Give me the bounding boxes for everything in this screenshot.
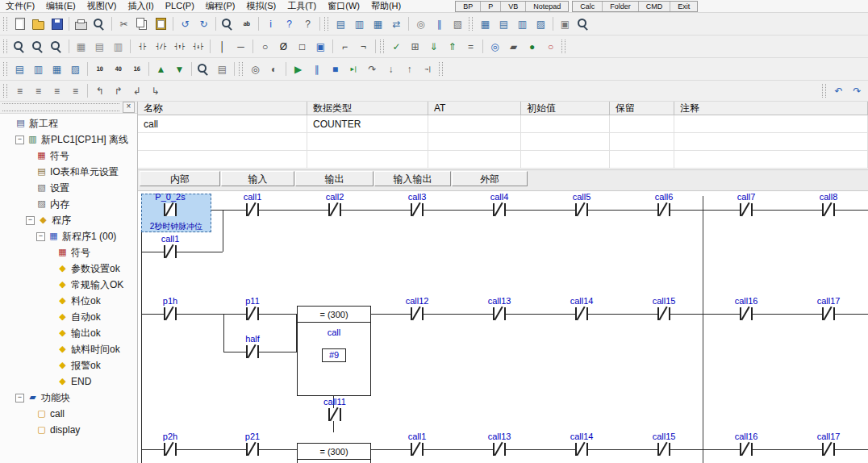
symbol-at-cell[interactable] bbox=[428, 115, 521, 133]
column-header-name[interactable]: 名称 bbox=[138, 102, 307, 115]
symbol-cell[interactable] bbox=[610, 133, 674, 151]
tree-expander[interactable]: − bbox=[15, 394, 24, 403]
launcher-button[interactable]: P bbox=[481, 2, 501, 11]
contact-parallel-call1[interactable]: call1 bbox=[138, 234, 211, 258]
print-icon[interactable] bbox=[73, 15, 90, 32]
toolbar-grip[interactable] bbox=[3, 17, 7, 31]
new-rising-pulse-contact-icon[interactable]: ┤↑├ bbox=[171, 38, 188, 55]
contact-call2[interactable]: call2 bbox=[294, 192, 376, 216]
undo-icon[interactable]: ↺ bbox=[177, 15, 194, 32]
zoom-out-icon[interactable] bbox=[30, 38, 47, 55]
contact-call1-r3[interactable]: call1 bbox=[376, 432, 458, 456]
ladder-editor[interactable]: P_0_2s 2秒时钟脉冲位 call1 call2 call3 cal bbox=[138, 191, 868, 463]
contact-call1[interactable]: call1 bbox=[211, 192, 294, 216]
symbol-cell[interactable] bbox=[521, 151, 610, 169]
tab-internal[interactable]: 内部 bbox=[140, 171, 220, 186]
block-comment-icon[interactable]: ¬ bbox=[355, 38, 372, 55]
contact-call17-r3[interactable]: call17 bbox=[787, 432, 868, 456]
tree-item-memory[interactable]: 内存 bbox=[0, 196, 137, 212]
symbol-cell[interactable] bbox=[307, 133, 428, 151]
window-cascade-icon[interactable]: ▤ bbox=[11, 60, 28, 77]
zoom-40-icon[interactable]: 40 bbox=[110, 60, 127, 77]
tree-item-fb-display[interactable]: display bbox=[0, 422, 137, 438]
contact-call5[interactable]: call5 bbox=[540, 192, 623, 216]
contact-call11[interactable]: call11 bbox=[294, 397, 376, 421]
align-justify-icon[interactable]: ≡ bbox=[67, 82, 84, 99]
save-icon[interactable] bbox=[48, 15, 65, 32]
tab-input-output[interactable]: 输入输出 bbox=[374, 171, 451, 186]
paste-icon[interactable] bbox=[152, 15, 169, 32]
move-down-icon[interactable]: ↱ bbox=[110, 82, 127, 99]
symbol-cell[interactable] bbox=[307, 151, 428, 169]
column-header-datatype[interactable]: 数据类型 bbox=[307, 102, 428, 115]
view-output-window-icon[interactable]: ▥ bbox=[351, 15, 368, 32]
tree-item-section-level[interactable]: 料位ok bbox=[0, 293, 137, 309]
tree-expander[interactable]: − bbox=[26, 216, 35, 225]
contact-call8[interactable]: call8 bbox=[787, 192, 868, 216]
transfer-from-plc-icon[interactable]: ⇑ bbox=[444, 38, 461, 55]
align-center-icon[interactable]: ≡ bbox=[30, 82, 47, 99]
contact-call15-r3[interactable]: call15 bbox=[623, 432, 705, 456]
symbol-cell[interactable] bbox=[138, 133, 307, 151]
tree-expander[interactable]: − bbox=[36, 232, 45, 241]
toolbar-grip[interactable] bbox=[822, 84, 826, 98]
tree-item-section-reg-input[interactable]: 常规输入OK bbox=[0, 277, 137, 293]
context-help-icon[interactable]: ? bbox=[299, 15, 316, 32]
contact-call14-r3[interactable]: call14 bbox=[540, 432, 623, 456]
column-header-retain[interactable]: 保留 bbox=[610, 102, 674, 115]
menu-item[interactable]: 窗口(W) bbox=[322, 0, 365, 12]
contact-p-0-2s[interactable]: P_0_2s bbox=[138, 192, 211, 216]
view-watch-window-icon[interactable]: ▦ bbox=[369, 15, 386, 32]
tree-item-section-auto[interactable]: 自动ok bbox=[0, 309, 137, 325]
redo-history-icon[interactable]: ↷ bbox=[849, 82, 866, 99]
tree-item-section-output[interactable]: 输出ok bbox=[0, 325, 137, 341]
menu-item[interactable]: 帮助(H) bbox=[365, 0, 407, 12]
tab-external[interactable]: 外部 bbox=[452, 171, 528, 186]
open-file-icon[interactable] bbox=[30, 15, 47, 32]
menu-item[interactable]: 插入(I) bbox=[122, 0, 159, 12]
undo-history-icon[interactable]: ↶ bbox=[830, 82, 847, 99]
symbol-cell[interactable] bbox=[674, 151, 868, 169]
tree-item-section-shortage[interactable]: 缺料时间ok bbox=[0, 341, 137, 357]
new-coil-icon[interactable]: ○ bbox=[257, 38, 273, 55]
program-check-icon[interactable]: ✓ bbox=[388, 38, 405, 55]
new-contact-icon[interactable]: ┤├ bbox=[134, 38, 151, 55]
view-cross-reference-icon[interactable]: ⇄ bbox=[388, 15, 405, 32]
ladder-view-icon[interactable]: ▥ bbox=[514, 15, 531, 32]
symbol-cell[interactable] bbox=[138, 151, 307, 169]
symbol-cell[interactable] bbox=[428, 151, 521, 169]
contact-call16-r3[interactable]: call16 bbox=[705, 432, 787, 456]
show-symbol-bar-icon[interactable]: ▥ bbox=[110, 38, 127, 55]
mnemonic-view-icon[interactable]: ▨ bbox=[532, 15, 549, 32]
contact-call17[interactable]: call17 bbox=[787, 296, 868, 320]
toolbar-grip[interactable] bbox=[239, 62, 243, 76]
step-out-icon[interactable]: ↑ bbox=[401, 60, 418, 77]
force-off-icon[interactable]: ○ bbox=[542, 38, 559, 55]
redo-icon[interactable]: ↻ bbox=[195, 15, 212, 32]
instruction-operand-2[interactable]: #9 bbox=[322, 348, 346, 362]
find-replace-icon[interactable]: ab bbox=[238, 15, 255, 32]
monitor-mode-icon[interactable]: ◎ bbox=[247, 60, 264, 77]
step-over-icon[interactable]: ↷ bbox=[364, 60, 381, 77]
browse-window-icon[interactable]: ▤ bbox=[214, 60, 231, 77]
tab-input[interactable]: 输入 bbox=[221, 171, 294, 186]
differential-monitor-icon[interactable]: ◐ bbox=[265, 60, 282, 77]
new-instruction-icon[interactable]: □ bbox=[294, 38, 311, 55]
toggle-grid-icon[interactable]: ▦ bbox=[73, 38, 90, 55]
tree-item-section-end[interactable]: END bbox=[0, 373, 137, 390]
toolbar-grip[interactable] bbox=[324, 17, 328, 31]
tree-item-project[interactable]: 新工程 bbox=[0, 115, 137, 131]
tree-expander[interactable]: − bbox=[15, 136, 24, 144]
tree-item-fb-call[interactable]: call bbox=[0, 406, 137, 422]
column-header-at[interactable]: AT bbox=[428, 102, 521, 115]
contact-call3[interactable]: call3 bbox=[376, 192, 458, 216]
window-tile-vertical-icon[interactable]: ▦ bbox=[48, 60, 65, 77]
zoom-to-fit-icon[interactable] bbox=[48, 38, 65, 55]
close-icon[interactable]: × bbox=[123, 102, 135, 113]
column-header-initial[interactable]: 初始值 bbox=[521, 102, 610, 115]
print-preview-icon[interactable] bbox=[91, 15, 108, 32]
tree-item-io-table[interactable]: IO表和单元设置 bbox=[0, 164, 137, 180]
copy-icon[interactable] bbox=[134, 15, 151, 32]
launcher-button[interactable]: Folder bbox=[603, 2, 639, 11]
show-rung-comments-icon[interactable]: ▤ bbox=[91, 38, 108, 55]
